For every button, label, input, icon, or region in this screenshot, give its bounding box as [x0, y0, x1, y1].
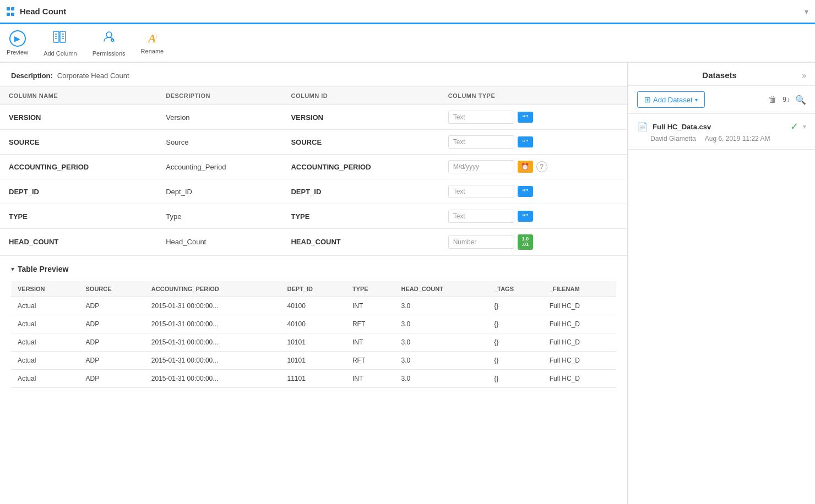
preview-cell: 3.0	[394, 351, 487, 369]
type-badge: ⏰	[518, 161, 533, 173]
dataset-name: Full HC_Data.csv	[653, 123, 786, 131]
preview-cell: Actual	[11, 351, 79, 369]
col-type-cell: 1.0.01	[439, 229, 627, 256]
preview-col-header: SOURCE	[79, 281, 144, 297]
title-bar-chevron-icon[interactable]: ▾	[805, 7, 808, 16]
dataset-status-icon: ✓	[790, 120, 798, 133]
col-type-cell: “”	[439, 179, 627, 204]
app-title: Head Count	[20, 7, 66, 16]
preview-button[interactable]: ▶ Preview	[7, 30, 28, 56]
table-row: ActualADP2015-01-31 00:00:00...10101INT3…	[11, 333, 616, 351]
preview-col-header: ACCOUNTING_PERIOD	[145, 281, 281, 297]
type-input[interactable]	[448, 235, 514, 249]
sort-button[interactable]: 9↓	[783, 96, 790, 103]
preview-col-header: HEAD_COUNT	[394, 281, 487, 297]
preview-cell: Actual	[11, 315, 79, 333]
col-name-cell: SOURCE	[0, 130, 157, 155]
col-desc-cell: Dept_ID	[157, 179, 282, 204]
col-desc-cell: Accounting_Period	[157, 155, 282, 179]
columns-header-row: COLUMN NAME DESCRIPTION COLUMN ID COLUMN…	[0, 87, 627, 105]
permissions-button[interactable]: Permissions	[93, 29, 126, 57]
datasets-list: 📄Full HC_Data.csv✓▾David GiamettaAug 6, …	[628, 114, 815, 150]
preview-cell: ADP	[79, 297, 144, 315]
preview-cell: Full HC_D	[543, 333, 616, 351]
rename-label: Rename	[141, 48, 164, 54]
collapse-icon: ▾	[11, 265, 14, 273]
file-icon: 📄	[637, 122, 648, 132]
list-item[interactable]: 📄Full HC_Data.csv✓▾David GiamettaAug 6, …	[628, 114, 815, 150]
type-input[interactable]	[448, 210, 514, 223]
table-row: ActualADP2015-01-31 00:00:00...40100RFT3…	[11, 315, 616, 333]
preview-cell: {}	[487, 369, 543, 387]
type-input[interactable]	[448, 160, 514, 173]
preview-cell: Full HC_D	[543, 351, 616, 369]
preview-table: VERSIONSOURCEACCOUNTING_PERIODDEPT_IDTYP…	[11, 281, 616, 388]
type-badge: 1.0.01	[518, 234, 533, 250]
col-type-cell: “”	[439, 130, 627, 155]
col-name-cell: DEPT_ID	[0, 179, 157, 204]
description-label: Description:	[11, 72, 53, 80]
preview-cell: 2015-01-31 00:00:00...	[145, 333, 281, 351]
add-dataset-grid-icon: ⊞	[644, 95, 651, 104]
delete-dataset-icon[interactable]: 🗑	[768, 95, 777, 105]
preview-cell: 2015-01-31 00:00:00...	[145, 315, 281, 333]
description-value: Corporate Head Count	[57, 72, 129, 80]
preview-cell: 2015-01-31 00:00:00...	[145, 351, 281, 369]
dataset-author: David Giametta	[650, 135, 696, 143]
preview-cell: ADP	[79, 333, 144, 351]
table-row: ACCOUNTING_PERIODAccounting_PeriodACCOUN…	[0, 155, 627, 179]
col-name-cell: ACCOUNTING_PERIOD	[0, 155, 157, 179]
rename-button[interactable]: A| Rename	[141, 31, 164, 54]
datasets-panel: Datasets » ⊞ Add Dataset ▾ 🗑 9↓ 🔍 📄Full …	[628, 63, 815, 504]
preview-cell: RFT	[346, 315, 395, 333]
datasets-expand-icon[interactable]: »	[802, 71, 806, 80]
col-desc-cell: Version	[157, 105, 282, 130]
datasets-header: Datasets »	[628, 63, 815, 86]
svg-rect-1	[60, 31, 66, 42]
preview-cell: 2015-01-31 00:00:00...	[145, 369, 281, 387]
col-type-cell: “”	[439, 105, 627, 130]
type-badge: “”	[518, 211, 533, 222]
table-preview-section: ▾ Table Preview VERSIONSOURCEACCOUNTING_…	[0, 256, 627, 397]
type-input[interactable]	[448, 111, 514, 124]
preview-cell: INT	[346, 333, 395, 351]
col-header-name: COLUMN NAME	[0, 87, 157, 105]
preview-col-header: DEPT_ID	[281, 281, 346, 297]
add-dataset-chevron-icon: ▾	[695, 97, 698, 103]
table-preview-title: Table Preview	[18, 265, 68, 273]
preview-cell: 3.0	[394, 369, 487, 387]
add-dataset-label: Add Dataset	[653, 96, 693, 104]
preview-cell: Actual	[11, 369, 79, 387]
table-row: DEPT_IDDept_IDDEPT_ID“”	[0, 179, 627, 204]
preview-cell: {}	[487, 315, 543, 333]
rename-icon: A|	[148, 31, 156, 46]
col-desc-cell: Type	[157, 204, 282, 229]
search-dataset-icon[interactable]: 🔍	[795, 95, 806, 105]
table-preview-toggle[interactable]: ▾ Table Preview	[11, 265, 616, 273]
table-row: ActualADP2015-01-31 00:00:00...40100INT3…	[11, 297, 616, 315]
col-name-cell: HEAD_COUNT	[0, 229, 157, 256]
col-id-cell: HEAD_COUNT	[282, 229, 439, 256]
preview-cell: INT	[346, 297, 395, 315]
preview-cell: 3.0	[394, 333, 487, 351]
col-type-cell: ⏰?	[439, 155, 627, 179]
type-input[interactable]	[448, 185, 514, 198]
preview-cell: 10101	[281, 333, 346, 351]
add-dataset-button[interactable]: ⊞ Add Dataset ▾	[637, 91, 705, 108]
preview-cell: Actual	[11, 297, 79, 315]
type-input[interactable]	[448, 135, 514, 149]
preview-col-header: VERSION	[11, 281, 79, 297]
col-id-cell: TYPE	[282, 204, 439, 229]
dataset-chevron-icon[interactable]: ▾	[803, 123, 806, 130]
preview-cell: 3.0	[394, 297, 487, 315]
svg-rect-0	[53, 31, 59, 42]
permissions-icon	[101, 29, 117, 48]
permissions-label: Permissions	[93, 50, 126, 57]
add-column-button[interactable]: Add Column	[44, 29, 77, 57]
type-badge: “”	[518, 136, 533, 147]
preview-cell: Full HC_D	[543, 297, 616, 315]
preview-cell: {}	[487, 297, 543, 315]
help-icon[interactable]: ?	[536, 161, 547, 172]
col-id-cell: SOURCE	[282, 130, 439, 155]
preview-cell: 2015-01-31 00:00:00...	[145, 297, 281, 315]
